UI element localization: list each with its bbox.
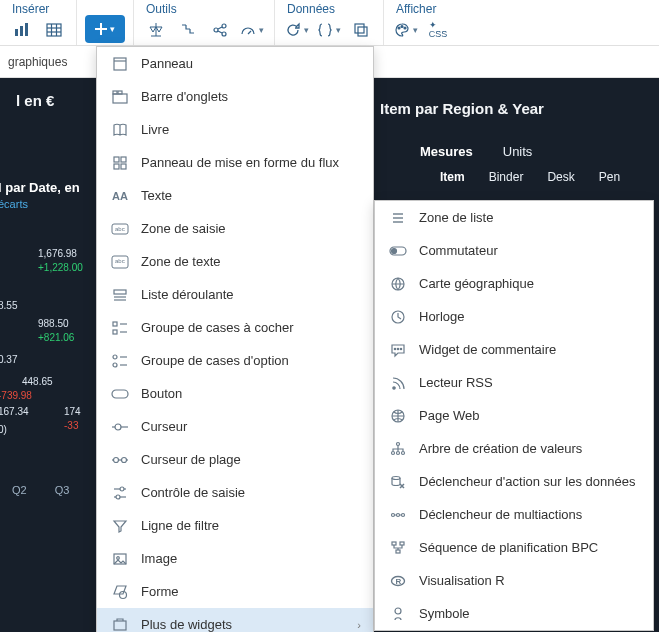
sub-menu-item-visualisation-r[interactable]: RVisualisation R [375, 564, 653, 597]
chart-val: 448.65 [22, 376, 53, 387]
menu-item-label: Barre d'onglets [141, 89, 361, 104]
svg-rect-40 [112, 390, 128, 398]
svg-rect-75 [392, 542, 396, 545]
svg-rect-18 [113, 94, 127, 103]
share-icon[interactable] [206, 16, 234, 44]
menu-item-contr-le-de-saisie[interactable]: Contrôle de saisie [97, 476, 373, 509]
menu-item-zone-de-texte[interactable]: abcZone de texte [97, 245, 373, 278]
sub-menu-item-widget-de-commentaire[interactable]: Widget de commentaire [375, 333, 653, 366]
braces-icon[interactable]: ▾ [315, 16, 343, 44]
svg-rect-11 [355, 24, 364, 33]
sub-small[interactable]: écarts [0, 198, 28, 210]
menu-item-label: Zone de texte [141, 254, 361, 269]
menu-item-label: Symbole [419, 606, 641, 621]
menu-item-zone-de-saisie[interactable]: abcZone de saisie [97, 212, 373, 245]
insert-dropdown: PanneauBarre d'ongletsLivrePanneau de mi… [96, 46, 374, 632]
chart-val: 1,676.98 [38, 248, 77, 259]
menu-item-livre[interactable]: Livre [97, 113, 373, 146]
menu-item-label: Visualisation R [419, 573, 641, 588]
menu-item-forme[interactable]: Forme [97, 575, 373, 608]
svg-text:abc: abc [115, 258, 125, 264]
sub-menu-item-horloge[interactable]: Horloge [375, 300, 653, 333]
css-icon[interactable]: ✦CSS [424, 16, 452, 44]
menu-item-liste-d-roulante[interactable]: Liste déroulante [97, 278, 373, 311]
checkbox-group-icon [109, 320, 131, 336]
svg-rect-1 [20, 26, 23, 36]
chart-val: 0.37 [0, 354, 17, 365]
cell-desk: Desk [547, 170, 574, 184]
plus-button[interactable]: ▾ [85, 15, 125, 43]
menu-group-plus: ▾ [77, 0, 134, 45]
svg-point-9 [222, 24, 226, 28]
palette-icon[interactable]: ▾ [392, 16, 420, 44]
chevron-right-icon: › [357, 619, 361, 631]
svg-point-10 [222, 32, 226, 36]
sub-menu-item-s-quence-de-planification-bpc[interactable]: Séquence de planification BPC [375, 531, 653, 564]
symbol-icon [387, 606, 409, 622]
menu-item-label: Widget de commentaire [419, 342, 641, 357]
svg-rect-54 [114, 621, 126, 630]
menu-item-panneau-de-mise-en-forme-du-flux[interactable]: Panneau de mise en forme du flux [97, 146, 373, 179]
svg-point-45 [122, 457, 127, 462]
svg-rect-2 [25, 23, 28, 36]
svg-rect-21 [114, 157, 119, 162]
steps-icon[interactable] [174, 16, 202, 44]
menu-title-outils: Outils [142, 0, 266, 16]
svg-point-49 [116, 495, 120, 499]
menu-item-panneau[interactable]: Panneau [97, 47, 373, 80]
menu-item-label: Curseur de plage [141, 452, 361, 467]
comment-icon [387, 342, 409, 358]
slider-icon [109, 422, 131, 432]
sub-menu-item-page-web[interactable]: Page Web [375, 399, 653, 432]
chart-var: +1,228.00 [38, 262, 83, 273]
filter-icon [109, 518, 131, 534]
menu-item-plus-de-widgets[interactable]: Plus de widgets› [97, 608, 373, 632]
svg-point-13 [398, 27, 400, 29]
svg-point-36 [113, 355, 117, 359]
chart-var: +821.06 [38, 332, 74, 343]
sub-menu-item-symbole[interactable]: Symbole [375, 597, 653, 630]
menu-item-curseur[interactable]: Curseur [97, 410, 373, 443]
chevron-down-icon: ▾ [259, 25, 264, 35]
sub-menu-item-zone-de-liste[interactable]: Zone de liste [375, 201, 653, 234]
clock-icon [387, 309, 409, 325]
menu-item-groupe-de-cases-cocher[interactable]: Groupe de cases à cocher [97, 311, 373, 344]
menu-item-label: Séquence de planification BPC [419, 540, 641, 555]
svg-rect-0 [15, 29, 18, 36]
menu-group-afficher: Afficher ▾ ✦CSS [384, 0, 460, 45]
overlap-icon[interactable] [347, 16, 375, 44]
sub-menu-item-lecteur-rss[interactable]: Lecteur RSS [375, 366, 653, 399]
svg-rect-33 [113, 330, 117, 334]
menu-item-image[interactable]: Image [97, 542, 373, 575]
svg-rect-20 [118, 91, 122, 94]
chart-var: -739.98 [0, 390, 32, 401]
svg-point-71 [392, 476, 400, 479]
table-icon[interactable] [40, 16, 68, 44]
menu-item-texte[interactable]: AATexte [97, 179, 373, 212]
menu-item-ligne-de-filtre[interactable]: Ligne de filtre [97, 509, 373, 542]
bpc-icon [387, 540, 409, 556]
sub-menu-item-d-clencheur-de-multiactions[interactable]: Déclencheur de multiactions [375, 498, 653, 531]
svg-point-68 [392, 451, 395, 454]
sub-menu-item-d-clencheur-d-action-sur-les-donn-es[interactable]: Déclencheur d'action sur les données [375, 465, 653, 498]
svg-rect-3 [47, 24, 61, 36]
bar-chart-icon[interactable] [8, 16, 36, 44]
chart-val: 0) [0, 424, 7, 435]
sub-menu-item-carte-g-ographique[interactable]: Carte géographique [375, 267, 653, 300]
menu-item-groupe-de-cases-d-option[interactable]: Groupe de cases d'option [97, 344, 373, 377]
menu-item-curseur-de-plage[interactable]: Curseur de plage [97, 443, 373, 476]
gauge-icon[interactable]: ▾ [238, 16, 266, 44]
sub-menu-item-commutateur[interactable]: Commutateur [375, 234, 653, 267]
sub-menu-item-arbre-de-cr-ation-de-valeurs[interactable]: Arbre de création de valeurs [375, 432, 653, 465]
refresh-icon[interactable]: ▾ [283, 16, 311, 44]
svg-point-67 [397, 442, 400, 445]
cell-pen: Pen [599, 170, 620, 184]
chart-val: 8.55 [0, 300, 17, 311]
menu-item-label: Panneau [141, 56, 361, 71]
menu-item-label: Arbre de création de valeurs [419, 441, 641, 456]
svg-point-73 [397, 513, 400, 516]
balance-icon[interactable] [142, 16, 170, 44]
svg-rect-19 [113, 91, 117, 94]
menu-item-bouton[interactable]: Bouton [97, 377, 373, 410]
menu-item-barre-d-onglets[interactable]: Barre d'onglets [97, 80, 373, 113]
